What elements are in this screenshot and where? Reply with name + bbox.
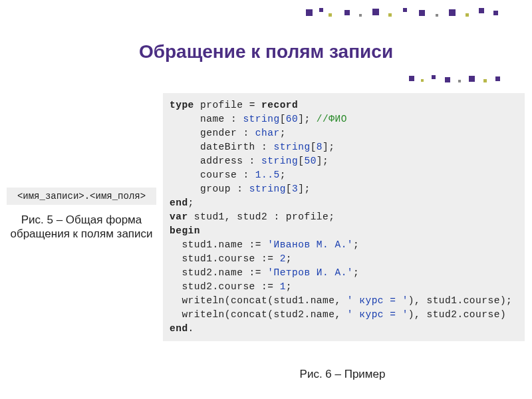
syntax-pattern-box: <имя_записи>.<имя_поля> [7,188,156,205]
decoration-top [306,8,505,19]
decoration-under-title [409,75,509,84]
code-example: type profile = record name : string[60];… [163,93,525,341]
slide-title: Обращение к полям записи [0,41,532,63]
figure-5-caption: Рис. 5 – Общая форма обращения к полям з… [7,213,156,241]
figure-6-caption: Рис. 6 – Пример [163,368,522,381]
